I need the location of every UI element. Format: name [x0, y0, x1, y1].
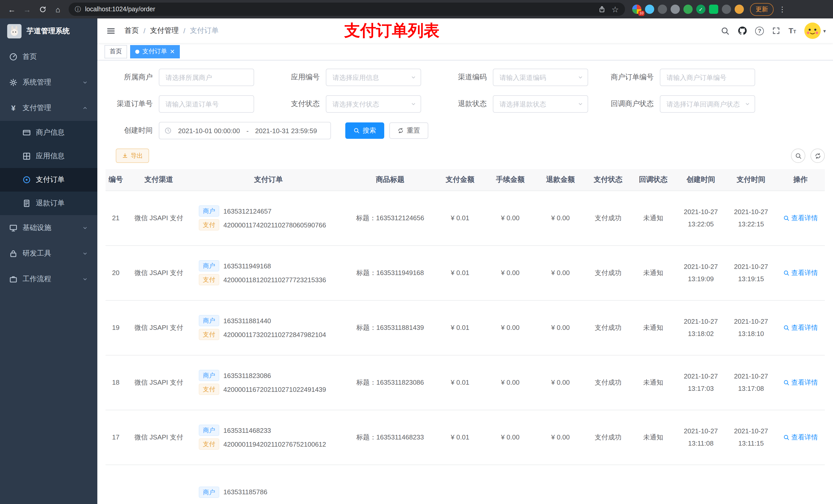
extension-check-icon[interactable]: ✓	[696, 5, 706, 14]
view-detail-link[interactable]: 查看详情	[783, 323, 818, 332]
grid-icon	[23, 152, 31, 160]
sidebar-subitem-label: 应用信息	[36, 152, 65, 161]
app-title: 芋道管理系统	[27, 27, 70, 36]
view-detail-link[interactable]: 查看详情	[783, 213, 818, 222]
cell-create-time: 2021-10-2713:17:03	[676, 355, 726, 410]
filter-label: 所属商户	[105, 73, 159, 82]
breadcrumb-separator: /	[184, 27, 186, 35]
extension-green-icon[interactable]	[684, 5, 693, 14]
sidebar-item-system[interactable]: 系统管理	[0, 70, 97, 95]
merchant-order-no-input[interactable]	[660, 69, 755, 86]
sidebar-item-home[interactable]: 首页	[0, 44, 97, 70]
cell-notify: 未通知	[630, 300, 676, 355]
export-button[interactable]: 导出	[116, 148, 149, 163]
cell-status: 支付成功	[586, 300, 630, 355]
active-tab-dot	[135, 49, 139, 53]
home-icon[interactable]: ⌂	[51, 3, 65, 16]
share-icon[interactable]	[598, 6, 605, 13]
site-info-icon[interactable]: ⓘ	[75, 5, 81, 14]
view-detail-link[interactable]: 查看详情	[783, 433, 818, 442]
reset-button[interactable]: 重置	[389, 122, 428, 139]
col-refund: 退款金额	[536, 169, 586, 191]
chevron-down-icon	[410, 74, 416, 80]
sidebar-subitem-label: 支付订单	[36, 175, 65, 184]
sidebar-item-workflow[interactable]: 工作流程	[0, 266, 97, 292]
app-no-select[interactable]	[326, 69, 421, 86]
font-size-icon[interactable]: TT	[789, 27, 796, 34]
breadcrumb-payment[interactable]: 支付管理	[150, 26, 179, 35]
table-tools	[791, 148, 825, 163]
help-icon[interactable]: ?	[755, 26, 764, 35]
browser-profile-avatar[interactable]	[735, 5, 744, 14]
sidebar-subitem-merchant-info[interactable]: 商户信息	[0, 121, 97, 144]
cell-id	[105, 464, 126, 504]
table-row: 18 微信 JSAPI 支付 商户1635311823086 支付4200001…	[105, 355, 825, 410]
search-icon[interactable]	[721, 26, 730, 35]
date-start-input[interactable]	[174, 127, 244, 135]
extensions-pin-icon[interactable]	[722, 5, 731, 14]
filter-channel-code: 渠道编码	[439, 69, 588, 86]
date-range-separator: -	[246, 127, 249, 135]
channel-order-no-input[interactable]	[159, 95, 254, 113]
fullscreen-icon[interactable]	[772, 27, 781, 35]
cell-action: 查看详情	[776, 410, 825, 464]
pay-status-select[interactable]	[326, 95, 421, 113]
toggle-search-icon[interactable]	[791, 148, 805, 163]
cell-amount: ¥ 0.01	[435, 245, 485, 300]
cell-channel: 微信 JSAPI 支付	[126, 245, 192, 300]
chevron-down-icon	[82, 225, 88, 231]
tags-view: 首页 支付订单	[97, 43, 833, 61]
notify-status-select[interactable]	[660, 95, 755, 113]
tab-home[interactable]: 首页	[104, 45, 127, 58]
extensions-area: 10 ✓	[632, 5, 744, 14]
channel-code-select[interactable]	[493, 69, 588, 86]
date-range-picker[interactable]: -	[159, 122, 331, 139]
view-detail-link[interactable]: 查看详情	[783, 378, 818, 387]
sidebar-item-payment[interactable]: ¥ 支付管理	[0, 95, 97, 121]
forward-icon[interactable]: →	[21, 3, 34, 16]
date-end-input[interactable]	[251, 127, 322, 135]
col-fee: 手续金额	[485, 169, 536, 191]
table-row-partial: 商户163531185786	[105, 464, 825, 504]
search-button[interactable]: 搜索	[345, 122, 384, 139]
extension-chat-icon[interactable]	[709, 5, 718, 14]
browser-menu-icon[interactable]: ⋮	[776, 5, 789, 13]
back-icon[interactable]: ←	[5, 3, 19, 16]
table-row: 17 微信 JSAPI 支付 商户1635311468233 支付4200001…	[105, 410, 825, 464]
shop-input[interactable]	[159, 69, 254, 86]
cell-amount: ¥ 0.01	[435, 355, 485, 410]
dashboard-icon	[9, 53, 18, 61]
extension-drop-icon[interactable]	[645, 5, 654, 14]
address-bar[interactable]: ⓘ localhost:1024/pay/order ☆	[69, 3, 625, 16]
tab-pay-order[interactable]: 支付订单	[130, 45, 180, 58]
sidebar-subitem-pay-order[interactable]: 支付订单	[0, 168, 97, 192]
view-detail-link[interactable]: 查看详情	[783, 268, 818, 278]
extension-dark-icon[interactable]	[658, 5, 667, 14]
bookmark-star-icon[interactable]: ☆	[612, 4, 619, 14]
cell-refund: ¥ 0.00	[536, 410, 586, 464]
cell-id: 20	[105, 245, 126, 300]
breadcrumb-home[interactable]: 首页	[124, 26, 139, 35]
reload-icon[interactable]	[36, 3, 49, 16]
sidebar-subitem-refund-order[interactable]: 退款订单	[0, 192, 97, 215]
logo-avatar	[7, 24, 22, 39]
cell-notify: 未通知	[630, 245, 676, 300]
refund-status-select[interactable]	[493, 95, 588, 113]
sidebar-logo: 芋道管理系统	[0, 19, 97, 44]
cell-create-time: 2021-10-2713:18:02	[676, 300, 726, 355]
pay-tag: 支付	[199, 384, 219, 395]
extension-gray-icon[interactable]	[671, 5, 680, 14]
sidebar-item-devtools[interactable]: 研发工具	[0, 241, 97, 266]
page-content: 所属商户 应用编号	[97, 61, 833, 504]
user-avatar[interactable]: ▾	[804, 23, 826, 39]
hamburger-icon[interactable]	[104, 24, 117, 37]
chrome-update-button[interactable]: 更新	[750, 3, 774, 16]
extension-colorful-icon[interactable]: 10	[632, 5, 641, 14]
github-icon[interactable]	[738, 26, 747, 35]
sidebar-subitem-app-info[interactable]: 应用信息	[0, 144, 97, 168]
cell-pay-time: 2021-10-2713:19:15	[726, 245, 776, 300]
screen: ← → ⌂ ⓘ localhost:1024/pay/order ☆ 10 ✓	[0, 0, 833, 504]
refresh-icon[interactable]	[810, 148, 825, 163]
close-icon[interactable]	[170, 49, 175, 54]
sidebar-item-infrastructure[interactable]: 基础设施	[0, 215, 97, 241]
